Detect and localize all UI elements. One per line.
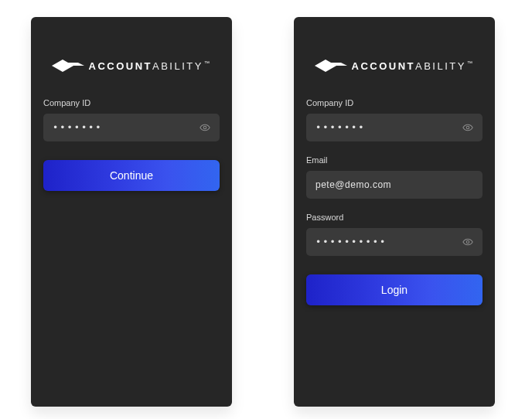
brand-logo: ACCOUNTABILITY™ [294, 17, 495, 98]
svg-point-2 [203, 126, 206, 129]
svg-point-6 [466, 240, 469, 244]
password-field: Password [306, 213, 483, 256]
brand-wordmark: ACCOUNTABILITY™ [352, 60, 475, 72]
eye-icon [200, 121, 210, 135]
company-id-input[interactable] [306, 114, 483, 141]
company-id-input[interactable] [43, 114, 220, 141]
brand-wordmark: ACCOUNTABILITY™ [89, 60, 212, 72]
toggle-visibility-button[interactable] [458, 232, 478, 252]
brand-word2: ABILITY [152, 60, 203, 72]
company-id-label: Company ID [306, 98, 483, 107]
eye-icon [462, 121, 473, 135]
login-button[interactable]: Login [306, 274, 483, 305]
brand-word1: ACCOUNT [89, 60, 153, 72]
eye-icon [462, 235, 473, 249]
toggle-visibility-button[interactable] [195, 118, 215, 138]
brand-word1: ACCOUNT [352, 60, 416, 72]
email-label: Email [306, 155, 483, 165]
screen-company-id: ACCOUNTABILITY™ Company ID Continue [31, 17, 232, 407]
continue-button[interactable]: Continue [43, 160, 220, 191]
password-label: Password [306, 213, 483, 222]
company-id-field: Company ID [306, 98, 483, 141]
company-id-field: Company ID [43, 98, 220, 141]
email-input[interactable] [306, 171, 483, 199]
password-input[interactable] [306, 228, 483, 256]
brand-logo: ACCOUNTABILITY™ [31, 17, 232, 98]
brand-trademark: ™ [467, 60, 475, 66]
logo-mark-icon [52, 60, 84, 72]
email-field: Email [306, 155, 483, 199]
brand-trademark: ™ [204, 60, 212, 66]
brand-word2: ABILITY [415, 60, 466, 72]
toggle-visibility-button[interactable] [458, 118, 478, 138]
logo-mark-icon [315, 60, 347, 72]
svg-point-5 [466, 126, 469, 129]
screen-login: ACCOUNTABILITY™ Company ID Email [294, 17, 495, 407]
company-id-label: Company ID [43, 98, 220, 107]
